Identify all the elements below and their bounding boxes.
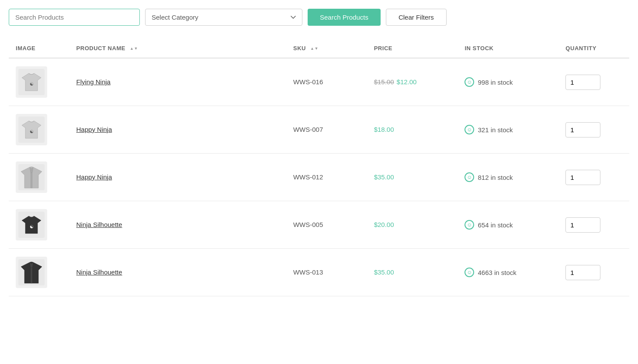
product-name-cell-3: Ninja Silhouette xyxy=(69,201,286,249)
product-stock-cell-0: 998 in stock xyxy=(458,58,558,106)
stock-icon-1 xyxy=(465,125,474,134)
product-price-2: $35.00 xyxy=(374,173,394,181)
stock-icon-0 xyxy=(465,77,474,87)
product-image-cell-4 xyxy=(9,249,69,296)
product-image-0: ☯ xyxy=(16,66,47,98)
col-header-quantity: QUANTITY xyxy=(558,39,629,58)
sort-icon-sku[interactable]: ▲▼ xyxy=(310,47,319,51)
table-row: Happy NinjaWWS-012$35.00812 in stock xyxy=(9,154,629,201)
product-name-link-2[interactable]: Happy Ninja xyxy=(76,173,112,181)
svg-text:☯: ☯ xyxy=(30,82,34,86)
product-price-3: $20.00 xyxy=(374,221,394,228)
product-quantity-input-0[interactable] xyxy=(565,75,600,90)
product-name-link-0[interactable]: Flying Ninja xyxy=(76,78,111,86)
product-stock-cell-3: 654 in stock xyxy=(458,201,558,249)
col-header-stock: IN STOCK xyxy=(458,39,558,58)
product-sku-2: WWS-012 xyxy=(293,173,323,181)
product-quantity-cell-3 xyxy=(558,201,629,249)
product-price-sale-0: $12.00 xyxy=(397,78,417,86)
product-price-4: $35.00 xyxy=(374,268,394,276)
product-table: IMAGE PRODUCT NAME ▲▼ SKU ▲▼ PRICE IN ST… xyxy=(9,39,629,296)
product-price-cell-0: $15.00$12.00 xyxy=(367,58,458,106)
product-sku-cell-0: WWS-016 xyxy=(286,58,367,106)
product-price-cell-1: $18.00 xyxy=(367,106,458,154)
product-image-cell-2 xyxy=(9,154,69,201)
product-image-2 xyxy=(16,161,47,193)
toolbar: Select Category T-Shirts Hoodies Accesso… xyxy=(9,9,629,26)
stock-count-0: 998 in stock xyxy=(478,79,513,86)
product-price-cell-3: $20.00 xyxy=(367,201,458,249)
product-stock-3: 654 in stock xyxy=(465,220,551,230)
product-image-cell-1: ☯ xyxy=(9,106,69,154)
clear-filters-button[interactable]: Clear Filters xyxy=(386,9,447,26)
sort-icon-name[interactable]: ▲▼ xyxy=(130,47,138,51)
stock-count-2: 812 in stock xyxy=(478,174,513,181)
product-stock-2: 812 in stock xyxy=(465,172,551,182)
product-image-1: ☯ xyxy=(16,114,47,145)
product-sku-cell-2: WWS-012 xyxy=(286,154,367,201)
product-name-link-1[interactable]: Happy Ninja xyxy=(76,126,112,133)
product-image-cell-0: ☯ xyxy=(9,58,69,106)
product-sku-cell-4: WWS-013 xyxy=(286,249,367,296)
product-image-cell-3: ☯ xyxy=(9,201,69,249)
table-row: ☯ Happy NinjaWWS-007$18.00321 in stock xyxy=(9,106,629,154)
product-quantity-input-1[interactable] xyxy=(565,122,600,137)
col-header-sku: SKU ▲▼ xyxy=(286,39,367,58)
product-sku-cell-1: WWS-007 xyxy=(286,106,367,154)
product-quantity-input-2[interactable] xyxy=(565,170,600,185)
product-stock-4: 4663 in stock xyxy=(465,268,551,277)
product-name-cell-2: Happy Ninja xyxy=(69,154,286,201)
product-quantity-input-3[interactable] xyxy=(565,217,600,233)
stock-count-3: 654 in stock xyxy=(478,221,513,229)
search-button[interactable]: Search Products xyxy=(308,9,381,26)
product-sku-4: WWS-013 xyxy=(293,268,323,276)
search-input[interactable] xyxy=(9,9,140,26)
col-header-image: IMAGE xyxy=(9,39,69,58)
product-sku-cell-3: WWS-005 xyxy=(286,201,367,249)
col-header-price: PRICE xyxy=(367,39,458,58)
product-quantity-cell-1 xyxy=(558,106,629,154)
product-name-link-4[interactable]: Ninja Silhouette xyxy=(76,268,122,276)
product-stock-0: 998 in stock xyxy=(465,77,551,87)
product-name-cell-1: Happy Ninja xyxy=(69,106,286,154)
stock-icon-4 xyxy=(465,268,474,277)
product-image-3: ☯ xyxy=(16,209,47,240)
product-price-cell-2: $35.00 xyxy=(367,154,458,201)
product-stock-1: 321 in stock xyxy=(465,125,551,134)
product-quantity-cell-0 xyxy=(558,58,629,106)
product-sku-0: WWS-016 xyxy=(293,78,323,86)
product-quantity-input-4[interactable] xyxy=(565,265,600,280)
product-name-cell-4: Ninja Silhouette xyxy=(69,249,286,296)
product-stock-cell-4: 4663 in stock xyxy=(458,249,558,296)
product-name-link-3[interactable]: Ninja Silhouette xyxy=(76,221,122,228)
category-select[interactable]: Select Category T-Shirts Hoodies Accesso… xyxy=(145,9,302,26)
product-image-4 xyxy=(16,257,47,288)
svg-text:☯: ☯ xyxy=(30,129,34,134)
stock-count-4: 4663 in stock xyxy=(478,269,516,276)
stock-count-1: 321 in stock xyxy=(478,126,513,134)
stock-icon-3 xyxy=(465,220,474,230)
product-price-1: $18.00 xyxy=(374,126,394,133)
product-name-cell-0: Flying Ninja xyxy=(69,58,286,106)
product-stock-cell-2: 812 in stock xyxy=(458,154,558,201)
product-quantity-cell-2 xyxy=(558,154,629,201)
table-row: Ninja SilhouetteWWS-013$35.004663 in sto… xyxy=(9,249,629,296)
table-row: ☯ Ninja SilhouetteWWS-005$20.00654 in st… xyxy=(9,201,629,249)
table-header-row: IMAGE PRODUCT NAME ▲▼ SKU ▲▼ PRICE IN ST… xyxy=(9,39,629,58)
product-sku-3: WWS-005 xyxy=(293,221,323,228)
product-price-cell-4: $35.00 xyxy=(367,249,458,296)
stock-icon-2 xyxy=(465,172,474,182)
product-price-original-0: $15.00 xyxy=(374,78,394,86)
product-sku-1: WWS-007 xyxy=(293,126,323,133)
svg-text:☯: ☯ xyxy=(30,224,34,229)
table-row: ☯ Flying NinjaWWS-016$15.00$12.00998 in … xyxy=(9,58,629,106)
product-stock-cell-1: 321 in stock xyxy=(458,106,558,154)
col-header-name: PRODUCT NAME ▲▼ xyxy=(69,39,286,58)
product-quantity-cell-4 xyxy=(558,249,629,296)
